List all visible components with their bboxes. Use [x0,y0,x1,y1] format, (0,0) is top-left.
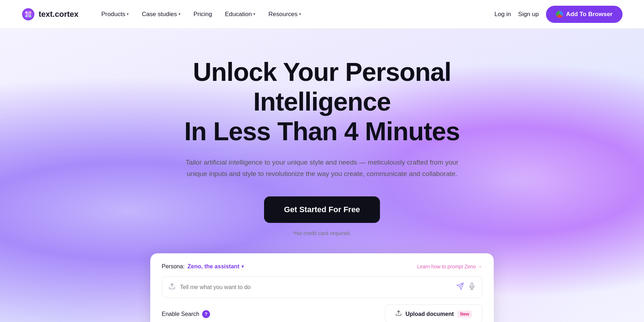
signup-link[interactable]: Sign up [518,11,539,18]
enable-search-button[interactable]: Enable Search ? [162,310,210,318]
add-to-browser-button[interactable]: Add To Browser [546,6,623,23]
persona-row: Persona: Zeno, the assistant ▾ [162,263,244,270]
hero-content: Unlock Your Personal Intelligence In Les… [143,57,501,322]
get-started-button[interactable]: Get Started For Free [264,196,380,223]
logo-text: text.cortex [39,10,78,19]
no-credit-text: *No credit card required. [293,230,351,236]
hero-subtitle: Tailor artificial intelligence to your u… [175,157,469,179]
hero-section: Unlock Your Personal Intelligence In Les… [0,29,644,322]
chevron-down-icon: ▾ [253,12,255,16]
chevron-down-icon: ▾ [179,12,181,16]
help-icon[interactable]: ? [202,310,210,318]
nav-auth: Log in Sign up Add To Browser [494,6,623,23]
upload-doc-icon [395,310,402,318]
nav-case-studies[interactable]: Case studies ▾ [137,8,185,21]
upload-document-button[interactable]: Upload document New [385,304,482,322]
navbar: text.cortex Products ▾ Case studies ▾ Pr… [0,0,644,29]
login-link[interactable]: Log in [494,11,511,18]
upload-icon[interactable] [169,283,176,292]
logo-icon [21,8,35,21]
nav-products[interactable]: Products ▾ [96,8,134,21]
microphone-icon[interactable] [468,283,475,292]
learn-prompt-link[interactable]: Learn how to prompt Zeno → [417,264,482,269]
chevron-down-icon: ▾ [299,12,301,16]
chat-card-footer: Enable Search ? Upload document New [162,304,482,322]
chrome-icon [556,11,563,18]
new-badge: New [457,311,472,318]
persona-label: Persona: [162,263,185,270]
chat-text-input[interactable] [180,284,452,291]
chat-card-header: Persona: Zeno, the assistant ▾ Learn how… [162,263,482,270]
persona-selector[interactable]: Zeno, the assistant ▾ [187,263,244,270]
logo-link[interactable]: text.cortex [21,8,78,21]
nav-pricing[interactable]: Pricing [189,8,217,21]
send-icon[interactable] [456,282,464,292]
nav-resources[interactable]: Resources ▾ [263,8,306,21]
hero-title: Unlock Your Personal Intelligence In Les… [143,57,501,146]
chat-card: Persona: Zeno, the assistant ▾ Learn how… [150,253,494,322]
nav-education[interactable]: Education ▾ [220,8,261,21]
chat-input-box [162,276,482,298]
chevron-down-icon: ▾ [127,12,129,16]
nav-links: Products ▾ Case studies ▾ Pricing Educat… [96,8,494,21]
chevron-down-icon: ▾ [241,264,244,269]
